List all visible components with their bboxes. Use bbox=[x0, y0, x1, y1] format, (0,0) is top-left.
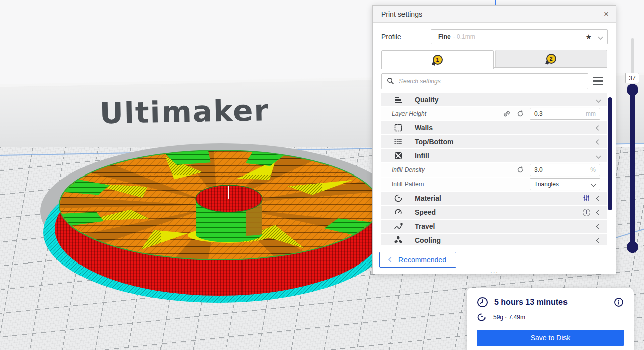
category-walls[interactable]: Walls bbox=[381, 121, 607, 134]
print-time: 5 hours 13 minutes bbox=[494, 298, 568, 307]
close-icon[interactable]: × bbox=[604, 10, 609, 18]
top-bottom-icon bbox=[393, 137, 404, 146]
category-cooling[interactable]: Cooling bbox=[381, 234, 607, 245]
panel-title: Print settings bbox=[381, 10, 422, 18]
profile-row: Profile Fine - 0.1mm ★ bbox=[373, 23, 616, 49]
recommended-mode-button[interactable]: Recommended bbox=[379, 252, 456, 268]
chevron-left-icon[interactable] bbox=[596, 210, 601, 215]
profile-dropdown[interactable]: Fine - 0.1mm ★ bbox=[431, 29, 608, 44]
speed-icon bbox=[393, 208, 404, 217]
category-material[interactable]: Material bbox=[381, 192, 607, 205]
extruder-2-icon: 2 bbox=[546, 54, 556, 64]
print-time-row: 5 hours 13 minutes bbox=[477, 297, 624, 308]
settings-scrollbar[interactable] bbox=[608, 97, 612, 210]
tab-extruder-1[interactable]: 1 bbox=[381, 50, 494, 69]
settings-menu-icon[interactable] bbox=[588, 77, 607, 85]
setting-layer-height: Layer Height 0.3 mm bbox=[381, 107, 607, 120]
star-icon[interactable]: ★ bbox=[585, 33, 592, 41]
category-top-bottom[interactable]: Top/Bottom bbox=[381, 135, 607, 148]
setting-infill-pattern: Infill Pattern Triangles bbox=[381, 178, 607, 191]
extruder-1-icon: 1 bbox=[433, 55, 443, 65]
chevron-down-icon[interactable] bbox=[596, 153, 601, 158]
print-settings-panel: Print settings × Profile Fine - 0.1mm ★ … bbox=[372, 5, 616, 274]
material-icon bbox=[393, 194, 404, 203]
panel-resize-handle[interactable]: ··· bbox=[490, 270, 499, 274]
save-to-disk-button[interactable]: Save to Disk bbox=[477, 330, 624, 346]
link-icon[interactable] bbox=[503, 110, 511, 118]
chevron-down-icon[interactable] bbox=[598, 34, 603, 39]
search-input[interactable] bbox=[399, 78, 583, 85]
clock-icon bbox=[477, 297, 488, 308]
profile-suffix: - 0.1mm bbox=[453, 33, 475, 40]
print-job-summary: 5 hours 13 minutes 59g · 7.49m Save to D… bbox=[467, 288, 634, 350]
tab-extruder-2[interactable]: 2 bbox=[495, 50, 607, 67]
material-usage: 59g · 7.49m bbox=[493, 314, 525, 321]
chevron-left-icon[interactable] bbox=[596, 238, 601, 243]
search-box[interactable] bbox=[381, 73, 588, 89]
panel-anchor-caret bbox=[495, 0, 496, 5]
walls-icon bbox=[393, 123, 404, 132]
layer-slider-top-handle[interactable] bbox=[627, 84, 638, 96]
material-usage-row: 59g · 7.49m bbox=[477, 313, 624, 322]
layer-slider-value: 37 bbox=[625, 73, 639, 83]
category-quality[interactable]: Quality bbox=[381, 93, 607, 106]
layer-slider-bottom-handle[interactable] bbox=[627, 241, 638, 253]
layer-height-input[interactable]: 0.3 mm bbox=[530, 108, 600, 120]
infill-pattern-select[interactable]: Triangles bbox=[530, 178, 600, 190]
search-row bbox=[381, 73, 607, 89]
setting-infill-density: Infill Density 3.0 % bbox=[381, 163, 607, 177]
spool-icon bbox=[477, 313, 486, 322]
profile-value: Fine bbox=[438, 33, 451, 40]
infill-density-input[interactable]: 3.0 % bbox=[530, 164, 600, 176]
reset-icon[interactable] bbox=[516, 166, 524, 174]
cooling-icon bbox=[393, 236, 404, 245]
layer-slider-track[interactable] bbox=[630, 90, 635, 247]
customized-settings-icon bbox=[582, 194, 590, 202]
sliced-model-disc[interactable] bbox=[35, 136, 403, 307]
info-icon[interactable]: i bbox=[583, 209, 590, 216]
info-icon[interactable] bbox=[614, 297, 624, 307]
chevron-left-icon bbox=[389, 257, 394, 262]
reset-icon[interactable] bbox=[516, 110, 524, 118]
chevron-down-icon[interactable] bbox=[596, 97, 601, 102]
center-hub bbox=[188, 185, 270, 243]
profile-label: Profile bbox=[381, 33, 431, 41]
panel-header: Print settings × bbox=[373, 6, 616, 23]
ultimaker-logo: Ultimaker bbox=[99, 93, 269, 130]
travel-icon bbox=[393, 222, 404, 231]
settings-list: Quality Layer Height 0.3 mm Walls bbox=[381, 93, 607, 245]
category-speed[interactable]: Speed i bbox=[381, 206, 607, 219]
chevron-down-icon bbox=[591, 182, 596, 187]
chevron-left-icon[interactable] bbox=[596, 224, 601, 229]
extruder-tabs: 1 2 bbox=[381, 50, 607, 68]
chevron-left-icon[interactable] bbox=[596, 196, 601, 201]
quality-icon bbox=[393, 95, 404, 104]
infill-icon bbox=[393, 151, 404, 160]
chevron-left-icon[interactable] bbox=[596, 139, 601, 144]
search-icon bbox=[387, 77, 394, 85]
category-travel[interactable]: Travel bbox=[381, 220, 607, 233]
category-infill[interactable]: Infill bbox=[381, 149, 607, 162]
layer-slider-groove[interactable] bbox=[631, 38, 634, 76]
chevron-left-icon[interactable] bbox=[596, 125, 601, 130]
